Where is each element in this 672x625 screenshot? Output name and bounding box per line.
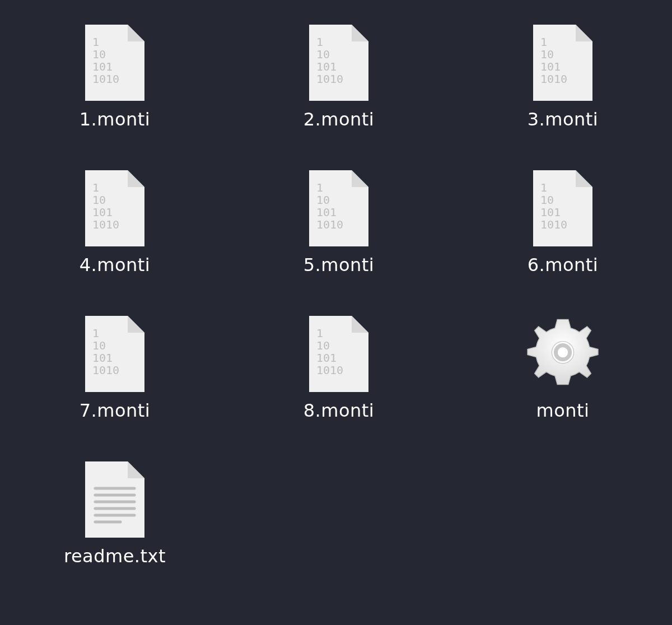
svg-text:101: 101 xyxy=(316,351,337,365)
svg-text:10: 10 xyxy=(92,339,106,352)
file-label: 7.monti xyxy=(80,400,151,421)
file-label: 8.monti xyxy=(304,400,375,421)
svg-text:101: 101 xyxy=(316,206,337,219)
svg-text:1010: 1010 xyxy=(92,363,119,377)
file-item[interactable]: 1 10 101 1010 1.monti xyxy=(53,24,176,130)
svg-text:101: 101 xyxy=(92,60,113,73)
svg-text:1010: 1010 xyxy=(316,363,343,377)
binary-file-icon: 1 10 101 1010 xyxy=(76,315,154,393)
svg-text:1010: 1010 xyxy=(316,72,343,86)
svg-text:101: 101 xyxy=(316,60,337,73)
file-label: 4.monti xyxy=(80,254,151,276)
svg-text:1: 1 xyxy=(316,35,323,49)
svg-text:101: 101 xyxy=(540,206,561,219)
file-label: 2.monti xyxy=(304,109,375,130)
gear-icon xyxy=(524,315,602,393)
file-item[interactable]: readme.txt xyxy=(53,460,176,567)
svg-text:1010: 1010 xyxy=(316,218,343,231)
text-file-icon xyxy=(76,460,154,539)
svg-text:1: 1 xyxy=(92,181,99,194)
svg-text:1: 1 xyxy=(316,327,323,340)
binary-file-icon: 1 10 101 1010 xyxy=(300,24,378,102)
svg-text:101: 101 xyxy=(92,206,113,219)
binary-file-icon: 1 10 101 1010 xyxy=(300,315,378,393)
file-item[interactable]: 1 10 101 1010 5.monti xyxy=(277,169,400,276)
file-item[interactable]: 1 10 101 1010 7.monti xyxy=(53,315,176,421)
binary-file-icon: 1 10 101 1010 xyxy=(76,169,154,248)
file-label: 1.monti xyxy=(80,109,151,130)
svg-text:1: 1 xyxy=(540,181,547,194)
binary-file-icon: 1 10 101 1010 xyxy=(524,24,602,102)
file-item[interactable]: 1 10 101 1010 2.monti xyxy=(277,24,400,130)
file-label: 3.monti xyxy=(528,109,599,130)
file-item[interactable]: 1 10 101 1010 4.monti xyxy=(53,169,176,276)
svg-text:1010: 1010 xyxy=(540,218,567,231)
svg-text:10: 10 xyxy=(316,48,330,61)
svg-text:10: 10 xyxy=(92,48,106,61)
svg-text:1: 1 xyxy=(92,327,99,340)
file-label: monti xyxy=(536,400,590,421)
svg-text:101: 101 xyxy=(92,351,113,365)
binary-file-icon: 1 10 101 1010 xyxy=(300,169,378,248)
svg-text:101: 101 xyxy=(540,60,561,73)
file-grid: 1 10 101 1010 1.monti 1 10 101 1010 2 xyxy=(53,24,638,567)
file-item[interactable]: 1 10 101 1010 3.monti xyxy=(501,24,624,130)
svg-text:10: 10 xyxy=(316,193,330,207)
svg-text:1010: 1010 xyxy=(92,72,119,86)
svg-text:1010: 1010 xyxy=(92,218,119,231)
binary-file-icon: 1 10 101 1010 xyxy=(524,169,602,248)
file-item[interactable]: 1 10 101 1010 6.monti xyxy=(501,169,624,276)
binary-file-icon: 1 10 101 1010 xyxy=(76,24,154,102)
svg-text:1: 1 xyxy=(316,181,323,194)
svg-text:10: 10 xyxy=(540,193,554,207)
svg-text:10: 10 xyxy=(540,48,554,61)
svg-text:10: 10 xyxy=(92,193,106,207)
desktop: 1 10 101 1010 1.monti 1 10 101 1010 2 xyxy=(0,0,672,625)
svg-text:1010: 1010 xyxy=(540,72,567,86)
svg-text:1: 1 xyxy=(92,35,99,49)
file-label: readme.txt xyxy=(64,545,166,567)
file-label: 5.monti xyxy=(304,254,375,276)
svg-text:1: 1 xyxy=(540,35,547,49)
file-item[interactable]: monti xyxy=(501,315,624,421)
file-label: 6.monti xyxy=(528,254,599,276)
svg-text:10: 10 xyxy=(316,339,330,352)
file-item[interactable]: 1 10 101 1010 8.monti xyxy=(277,315,400,421)
